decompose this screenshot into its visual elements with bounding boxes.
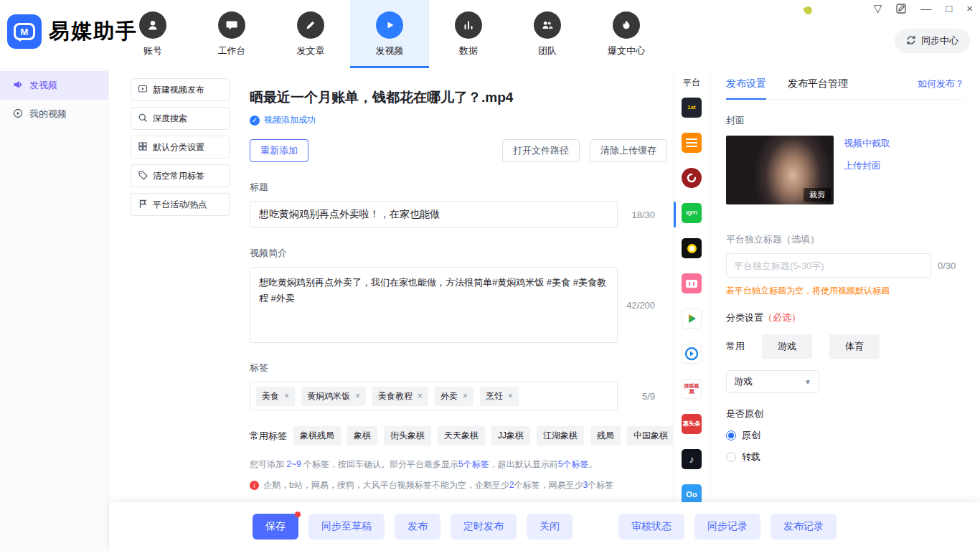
clear-upload-cache-button[interactable]: 清除上传缓存	[590, 139, 667, 162]
remove-tag-icon[interactable]: ×	[463, 392, 468, 400]
platform-strip: 平台 1st iQIYI 搜狐视频 惠头条 ♪ Oo	[673, 68, 710, 502]
deep-search-button[interactable]: 深度搜索	[131, 107, 230, 130]
platform-icon-color-play[interactable]	[682, 309, 702, 329]
close-button[interactable]: ×	[966, 3, 973, 14]
common-tag-chip[interactable]: 街头象棋	[384, 426, 431, 446]
platform-icon-tv-face[interactable]	[682, 273, 702, 293]
maximize-button[interactable]: □	[946, 3, 952, 14]
upload-status: ✓ 视频添加成功	[250, 114, 673, 126]
nav-item-data[interactable]: 数据	[429, 0, 508, 68]
nav-item-hot-center[interactable]: 爆文中心	[587, 0, 666, 68]
nav-item-team[interactable]: 团队	[508, 0, 587, 68]
pencil-icon	[297, 11, 324, 39]
common-tag-chip[interactable]: 天天象棋	[438, 426, 485, 446]
platform-icon-swirl[interactable]	[682, 168, 702, 188]
common-label: 常用	[726, 340, 745, 353]
tab-platform-management[interactable]: 发布平台管理	[788, 68, 848, 100]
default-category-settings-button[interactable]: 默认分类设置	[131, 136, 230, 159]
new-video-publish-button[interactable]: 新建视频发布	[131, 78, 230, 101]
remove-tag-icon[interactable]: ×	[418, 392, 423, 400]
sidebar-item-publish-video[interactable]: 发视频	[0, 71, 108, 100]
platform-icon-blue-face[interactable]: Oo	[682, 484, 702, 502]
save-button[interactable]: 保存	[253, 514, 298, 540]
nav-item-publish-video[interactable]: 发视频	[350, 0, 429, 68]
filter-icon[interactable]: ▽	[874, 3, 882, 14]
title-input[interactable]	[250, 201, 618, 228]
sync-center-button[interactable]: 同步中心	[895, 29, 970, 53]
category-chip-game[interactable]: 游戏	[762, 334, 812, 359]
nav-item-publish-article[interactable]: 发文章	[271, 0, 350, 68]
radio-label: 原创	[742, 429, 760, 442]
remove-tag-icon[interactable]: ×	[355, 392, 360, 400]
upload-cover-link[interactable]: 上传封面	[844, 159, 890, 172]
open-file-path-button[interactable]: 打开文件路径	[502, 139, 580, 162]
common-tag-chip[interactable]: 象棋残局	[293, 426, 341, 446]
original-label: 是否原创	[726, 408, 964, 420]
description-field-row: 想吃黄焖鸡别再点外卖了，我们在家也能做，方法很简单#黄焖鸡米饭 #美食 #美食教…	[250, 267, 618, 343]
radio-label: 转载	[742, 451, 760, 463]
platform-icon-yellow-ring[interactable]	[682, 238, 702, 258]
cover-label: 封面	[726, 114, 964, 127]
tags-field-row: 美食× 黄焖鸡米饭× 美食教程× 外卖× 烹饪× 5/9	[250, 382, 618, 410]
nav-label: 账号	[143, 44, 162, 57]
common-tag-chip[interactable]: 江湖象棋	[537, 426, 584, 446]
independent-title-input[interactable]	[726, 253, 931, 278]
publish-record-button[interactable]: 发布记录	[771, 514, 837, 540]
publish-button[interactable]: 发布	[395, 514, 440, 540]
common-tag-chip[interactable]: JJ象棋	[491, 426, 530, 446]
sync-record-button[interactable]: 同步记录	[694, 514, 760, 540]
independent-title-row: 0/30	[726, 253, 964, 278]
platform-icon-huitoutiao[interactable]: 惠头条	[682, 414, 702, 434]
nav-label: 团队	[538, 44, 557, 57]
flame-icon	[613, 11, 640, 39]
platform-icon-music-note[interactable]: ♪	[682, 449, 702, 469]
tags-input-box[interactable]: 美食× 黄焖鸡米饭× 美食教程× 外卖× 烹饪×	[250, 382, 618, 410]
platform-icon-orange-text[interactable]	[682, 133, 702, 153]
category-chip-sports[interactable]: 体育	[829, 334, 880, 359]
tab-publish-settings[interactable]: 发布设置	[726, 68, 766, 100]
sidebar-item-my-videos[interactable]: 我的视频	[0, 100, 108, 128]
nav-item-workbench[interactable]: 工作台	[192, 0, 271, 68]
re-add-button[interactable]: 重新添加	[250, 139, 308, 162]
description-textarea[interactable]: 想吃黄焖鸡别再点外卖了，我们在家也能做，方法很简单#黄焖鸡米饭 #美食 #美食教…	[250, 267, 618, 343]
tag-chip: 黄焖鸡米饭×	[301, 387, 366, 406]
tag-chip: 外卖×	[435, 387, 473, 406]
remove-tag-icon[interactable]: ×	[284, 392, 289, 400]
platform-icon-blue-play[interactable]	[682, 344, 702, 364]
radio-original[interactable]: 原创	[726, 429, 964, 442]
category-settings-label: 分类设置（必选）	[726, 311, 964, 324]
cover-thumbnail[interactable]: 裁剪	[726, 136, 834, 204]
clear-common-tags-button[interactable]: 清空常用标签	[131, 164, 230, 187]
platform-activity-button[interactable]: 平台活动/热点	[131, 193, 230, 216]
platform-icon-iqiyi[interactable]: iQIYI	[682, 203, 702, 223]
category-selected-value: 游戏	[734, 375, 753, 388]
edit-icon[interactable]	[896, 4, 906, 14]
independent-title-label: 平台独立标题（选填）	[726, 233, 964, 246]
review-status-button[interactable]: 审核状态	[618, 514, 684, 540]
radio-button-checked[interactable]	[726, 430, 736, 441]
sync-to-draft-button[interactable]: 同步至草稿	[308, 514, 385, 540]
nav-item-account[interactable]: 账号	[113, 0, 192, 68]
platform-icon-1st[interactable]: 1st	[682, 98, 702, 118]
common-tag-chip[interactable]: 残局	[590, 426, 621, 446]
tags-warning-text: 企鹅，b站，网易，搜狗，大风平台视频标签不能为空，企鹅至少2个标签，网易至少3个…	[263, 479, 613, 491]
logo-icon: M	[7, 14, 42, 49]
common-tag-chip[interactable]: 中国象棋	[627, 426, 674, 446]
capture-from-video-link[interactable]: 视频中截取	[844, 137, 890, 150]
platform-icon-sohu-video[interactable]: 搜狐视频	[682, 379, 702, 399]
common-tag-chip[interactable]: 象棋	[347, 426, 377, 446]
category-select[interactable]: 游戏 ▼	[726, 370, 819, 393]
how-to-publish-link[interactable]: 如何发布？	[918, 77, 964, 90]
tags-warning-row: ! 企鹅，b站，网易，搜狗，大风平台视频标签不能为空，企鹅至少2个标签，网易至少…	[250, 479, 673, 491]
megaphone-icon	[13, 80, 23, 92]
close-form-button[interactable]: 关闭	[527, 514, 573, 540]
minimize-button[interactable]: —	[920, 3, 931, 14]
crop-label[interactable]: 裁剪	[804, 188, 831, 202]
unsaved-badge	[295, 512, 301, 517]
radio-button-unchecked[interactable]	[726, 452, 736, 462]
remove-tag-icon[interactable]: ×	[508, 392, 513, 400]
play-icon	[376, 11, 403, 39]
title-counter: 18/30	[631, 209, 655, 220]
radio-repost[interactable]: 转载	[726, 451, 964, 463]
scheduled-publish-button[interactable]: 定时发布	[451, 514, 517, 540]
